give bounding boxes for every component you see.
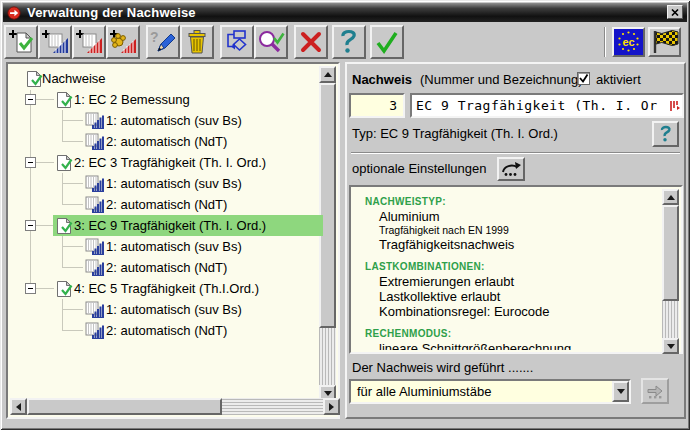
tree-leaf[interactable]: 1: automatisch (suv Bs) [10,110,323,131]
tree-root-row[interactable]: Nachweise [10,68,323,89]
trash-icon [184,29,210,55]
scrollbar-thumb[interactable] [27,398,222,415]
settings-heading: LASTKOMBINATIONEN: [365,261,662,272]
nachweis-doc-icon [25,70,43,88]
tree-node-selected[interactable]: 3: EC 9 Tragfähigkeit (Th. I. Ord.) [10,215,323,236]
nachweis-name-input[interactable] [412,95,682,116]
tree-leaf-label[interactable]: 2: automatisch (NdT) [106,131,227,152]
transfer-button [641,378,669,404]
settings-vertical-scrollbar[interactable] [662,189,679,354]
table-plus-red-chart-icon [75,29,103,55]
new-nachweis-suv-button[interactable] [38,25,72,59]
tree-node-label[interactable]: 3: EC 9 Tragfähigkeit (Th. I. Ord.) [74,215,266,236]
tree-leaf-label[interactable]: 1: automatisch (suv Bs) [106,173,242,194]
tree-horizontal-scrollbar[interactable] [10,398,340,415]
close-button[interactable] [667,5,683,19]
flowchart-icon [223,29,251,55]
tree-leaf[interactable]: 2: automatisch (NdT) [10,320,323,341]
tree-leaf[interactable]: 1: automatisch (suv Bs) [10,173,323,194]
tree-leaf-label[interactable]: 2: automatisch (NdT) [106,257,227,278]
flow-view-button[interactable] [220,25,254,59]
new-nachweis-ndt-button[interactable] [72,25,106,59]
tree-leaf-label[interactable]: 2: automatisch (NdT) [106,320,227,341]
typ-label: Typ: EC 9 Tragfähigkeit (Th. I. Ord.) [352,126,558,142]
confirm-button[interactable] [370,25,404,59]
check-view-button[interactable] [254,25,288,59]
green-check-icon [373,29,401,55]
tree-leaf[interactable]: 2: automatisch (NdT) [10,194,323,215]
tree-leaf[interactable]: 1: automatisch (suv Bs) [10,299,323,320]
nachweis-doc-icon [55,91,73,109]
scroll-right-button[interactable] [323,398,340,415]
tree-node[interactable]: 2: EC 3 Tragfähigkeit (Th. I. Ord.) [10,152,323,173]
settings-line: lineare Schnittgrößenberechnung [379,341,662,350]
nachweis-doc-icon [55,217,73,235]
nachweis-tree: Nachweise 1: EC 2 Bemessung 1: automatis… [10,66,323,402]
apply-arrow-icon [500,160,522,178]
settings-section: RECHENMODUS: lineare Schnittgrößenberech… [365,328,662,350]
tree-expand-toggle[interactable] [25,94,36,105]
finish-button[interactable] [648,27,681,57]
tree-node[interactable]: 4: EC 5 Tragfähigkeit (Th.I.Ord.) [10,278,323,299]
chart-icon [85,301,104,318]
tree-leaf-label[interactable]: 1: automatisch (suv Bs) [106,236,242,257]
tree-leaf[interactable]: 2: automatisch (NdT) [10,257,323,278]
settings-section: LASTKOMBINATIONEN: Extremierungen erlaub… [365,261,662,319]
dropdown-button[interactable] [612,381,629,402]
scrollbar-thumb[interactable] [662,205,679,301]
edit-button[interactable]: ? [146,25,180,59]
tree-expand-toggle[interactable] [25,283,36,294]
settings-line: Extremierungen erlaubt [379,274,662,289]
tree-leaf[interactable]: 1: automatisch (suv Bs) [10,236,323,257]
nummer-label: (Nummer und Bezeichnung) [420,72,583,88]
tree-node[interactable]: 1: EC 2 Bemessung [10,89,323,110]
ec-euro-icon: ec [614,29,643,55]
svg-text:?: ? [150,29,159,45]
nachweis-doc-icon [55,154,73,172]
scope-dropdown-value: für alle Aluminiumstäbe [357,381,491,402]
typ-help-button[interactable] [652,121,679,147]
settings-text: NACHWEISTYP: Aluminium Tragfähigkeit nac… [353,189,662,350]
scroll-up-button[interactable] [662,189,679,205]
eurocode-button[interactable]: ec [612,27,645,57]
tree-leaf[interactable]: 2: automatisch (NdT) [10,131,323,152]
tree-leaf-label[interactable]: 1: automatisch (suv Bs) [106,110,242,131]
aktiviert-checkbox[interactable] [577,72,590,85]
down-arrow-icon [667,344,675,353]
page-plus-check-icon [7,29,35,55]
gray-arrow-dots-icon [645,382,665,400]
table-plus-blue-chart-icon [41,29,69,55]
new-nachweis-special-button[interactable] [106,25,140,59]
title-bar[interactable]: Verwaltung der Nachweise [3,3,687,22]
chart-icon [85,238,104,255]
delete-button[interactable] [180,25,214,59]
new-nachweis-button[interactable] [4,25,38,59]
tree-expand-toggle[interactable] [25,157,36,168]
settings-line: Lastkollektive erlaubt [379,289,662,304]
checkered-flag-icon [651,29,679,55]
tree-node-label[interactable]: 1: EC 2 Bemessung [74,89,190,110]
nachweis-number-input[interactable] [351,95,403,116]
tree-leaf-label[interactable]: 2: automatisch (NdT) [106,194,227,215]
red-x-icon [298,29,324,55]
tree-node-label[interactable]: 2: EC 3 Tragfähigkeit (Th. I. Ord.) [74,152,266,173]
up-arrow-icon [324,68,332,77]
scroll-left-button[interactable] [10,398,27,415]
cancel-button[interactable] [294,25,328,59]
pencil-question-icon: ? [149,29,177,55]
scope-dropdown[interactable]: für alle Aluminiumstäbe [349,379,631,404]
settings-line: Tragfähigkeit nach EN 1999 [379,224,662,237]
window-title: Verwaltung der Nachweise [27,5,196,20]
chart-icon [85,133,104,150]
tree-expand-toggle[interactable] [25,220,36,231]
tree-leaf-label[interactable]: 1: automatisch (suv Bs) [106,299,242,320]
dialog-window: Verwaltung der Nachweise [0,0,690,430]
check-icon [578,73,589,84]
tree-node-label[interactable]: 4: EC 5 Tragfähigkeit (Th.I.Ord.) [74,278,259,299]
optional-settings-button[interactable] [497,157,525,181]
scroll-down-button[interactable] [662,338,679,354]
up-arrow-icon [667,191,675,200]
tree-root-label[interactable]: Nachweise [42,68,106,89]
help-button[interactable] [332,25,366,59]
text-overflow-icon [670,100,680,112]
